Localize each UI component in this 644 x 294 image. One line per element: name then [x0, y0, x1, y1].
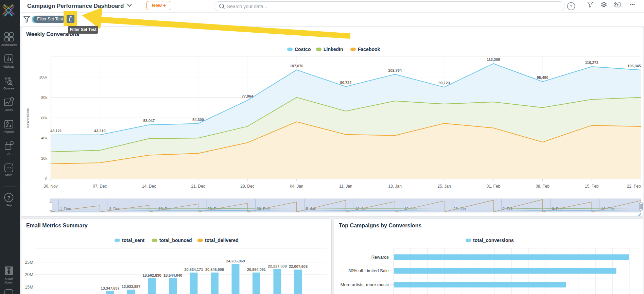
svg-text:20M: 20M — [25, 272, 33, 277]
svg-text:11. Jan: 11. Jan — [339, 184, 352, 189]
svg-text:0: 0 — [45, 177, 47, 181]
svg-text:?: ? — [7, 195, 10, 201]
svg-text:20,854,091: 20,854,091 — [247, 267, 266, 272]
svg-text:More: More — [5, 173, 13, 177]
svg-text:Widgets: Widgets — [3, 65, 15, 68]
svg-text:18. Jan: 18. Jan — [388, 184, 402, 189]
svg-text:25. Jan: 25. Jan — [437, 184, 451, 189]
svg-text:106,945: 106,945 — [627, 64, 641, 68]
svg-text:total_sent: total_sent — [122, 238, 144, 243]
svg-text:20,834,171: 20,834,171 — [184, 267, 203, 272]
svg-text:AI: AI — [7, 152, 11, 155]
svg-text:20k: 20k — [41, 156, 47, 160]
svg-text:43,219: 43,219 — [94, 129, 106, 133]
svg-text:90,722: 90,722 — [340, 81, 352, 85]
svg-text:22. Dec: 22. Dec — [208, 207, 221, 211]
svg-text:18,544,040: 18,544,040 — [163, 273, 182, 277]
svg-text:Costco: Costco — [295, 47, 311, 52]
svg-text:54,300: 54,300 — [192, 118, 204, 122]
svg-text:21. Dec: 21. Dec — [191, 184, 205, 189]
svg-text:43,121: 43,121 — [50, 129, 62, 133]
svg-text:26. Jan: 26. Jan — [454, 207, 466, 211]
svg-text:Queries: Queries — [3, 87, 14, 90]
svg-text:22,227,508: 22,227,508 — [268, 264, 286, 268]
svg-text:53,047: 53,047 — [143, 119, 155, 123]
svg-text:107,076: 107,076 — [290, 64, 303, 68]
svg-text:?: ? — [570, 4, 572, 9]
svg-text:100k: 100k — [39, 75, 47, 79]
svg-text:15. Feb: 15. Feb — [585, 184, 599, 189]
svg-text:14. Dec: 14. Dec — [142, 184, 156, 189]
svg-text:40k: 40k — [41, 136, 47, 140]
svg-text:22,007,608: 22,007,608 — [289, 264, 308, 269]
svg-text:16. Feb: 16. Feb — [601, 207, 614, 211]
svg-text:90,123: 90,123 — [438, 81, 450, 85]
svg-text:30% off Limited Sale: 30% off Limited Sale — [348, 268, 389, 273]
svg-text:29. Dec: 29. Dec — [257, 207, 270, 211]
svg-text:24,235,069: 24,235,069 — [226, 259, 245, 263]
svg-text:102,764: 102,764 — [388, 68, 402, 72]
svg-text:07. Dec: 07. Dec — [93, 184, 107, 189]
svg-text:60k: 60k — [41, 116, 47, 120]
svg-text:8. Dec: 8. Dec — [109, 207, 120, 211]
svg-text:30. Nov: 30. Nov — [43, 184, 57, 189]
svg-text:15M: 15M — [25, 284, 33, 290]
svg-text:80k: 80k — [41, 96, 47, 100]
svg-text:110,272: 110,272 — [585, 60, 598, 65]
svg-text:04. Jan: 04. Jan — [290, 184, 303, 189]
svg-text:77,064: 77,064 — [242, 94, 254, 98]
svg-text:19. Jan: 19. Jan — [404, 207, 417, 211]
svg-text:13,933,887: 13,933,887 — [122, 284, 140, 289]
svg-text:12. Jan: 12. Jan — [355, 207, 367, 211]
svg-text:08. Feb: 08. Feb — [536, 184, 550, 189]
svg-text:2. Feb: 2. Feb — [503, 207, 513, 211]
svg-text:28. Dec: 28. Dec — [240, 184, 254, 189]
svg-text:95,490: 95,490 — [537, 75, 549, 80]
svg-text:18,562,830: 18,562,830 — [142, 273, 161, 277]
svg-text:Rewards: Rewards — [371, 255, 389, 260]
svg-text:01. Feb: 01. Feb — [486, 184, 500, 189]
svg-text:9. Feb: 9. Feb — [552, 207, 562, 211]
svg-text:Knowi: Knowi — [5, 277, 13, 280]
svg-text:13,347,637: 13,347,637 — [101, 286, 119, 290]
svg-text:Facebook: Facebook — [358, 47, 380, 52]
svg-text:Alerts: Alerts — [5, 108, 13, 112]
svg-text:Admin: Admin — [4, 281, 13, 284]
svg-text:22. Feb: 22. Feb — [627, 184, 641, 189]
svg-text:total_bounced: total_bounced — [159, 238, 192, 243]
svg-text:Dashboards: Dashboards — [1, 43, 17, 47]
svg-text:total_delivered: total_delivered — [205, 238, 239, 243]
svg-text:113,309: 113,309 — [487, 57, 500, 62]
svg-text:LinkedIn: LinkedIn — [324, 47, 343, 52]
svg-text:15. Dec: 15. Dec — [158, 207, 171, 211]
svg-text:More artists, more music: More artists, more music — [341, 282, 389, 287]
svg-text:1. Dec: 1. Dec — [60, 207, 71, 211]
svg-text:Help: Help — [6, 204, 12, 207]
svg-text:conversions: conversions — [25, 108, 30, 128]
svg-text:Reports: Reports — [3, 130, 14, 134]
svg-text:20,845,908: 20,845,908 — [205, 267, 224, 272]
svg-text:5. Jan: 5. Jan — [306, 207, 316, 211]
svg-text:total_conversions: total_conversions — [473, 238, 514, 243]
svg-text:25M: 25M — [25, 260, 33, 265]
